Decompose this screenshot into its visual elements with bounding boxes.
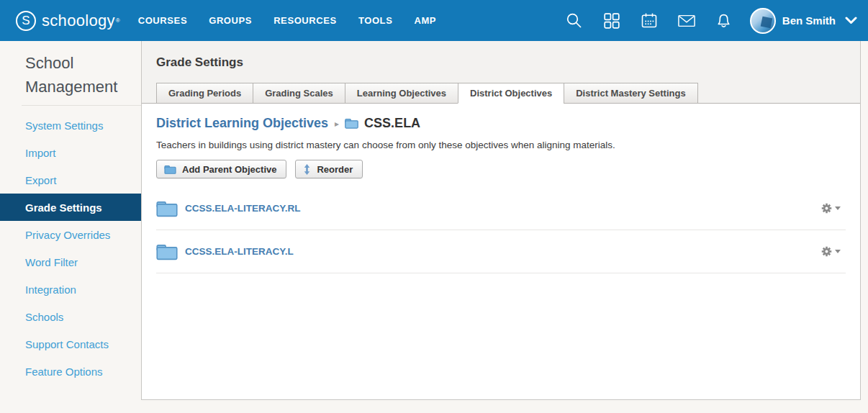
sidebar-title: School Management <box>25 51 128 99</box>
schoology-logo-icon: S <box>16 11 36 31</box>
mail-icon[interactable] <box>678 12 695 30</box>
topbar-utilities: Ben Smith <box>546 8 857 34</box>
main-content-panel: Grade Settings Grading Periods Grading S… <box>141 41 861 400</box>
breadcrumb-district-learning-objectives[interactable]: District Learning Objectives <box>156 116 328 131</box>
nav-item-amp[interactable]: AMP <box>414 9 436 32</box>
row-options-menu[interactable] <box>821 246 841 257</box>
reorder-label: Reorder <box>317 164 353 175</box>
breadcrumb: District Learning Objectives ▸ CSS.ELA <box>156 116 846 131</box>
dropdown-caret-icon <box>835 250 841 253</box>
tab-learning-objectives[interactable]: Learning Objectives <box>345 83 458 104</box>
tab-grading-scales[interactable]: Grading Scales <box>253 83 345 104</box>
logo-trademark: ® <box>116 17 120 24</box>
objective-actions: Add Parent Objective Reorder <box>156 160 846 178</box>
sidebar: School Management System Settings Import… <box>0 41 141 413</box>
objective-link[interactable]: CCSS.ELA-LITERACY.RL <box>185 203 301 214</box>
folder-icon[interactable] <box>156 243 178 260</box>
reorder-button[interactable]: Reorder <box>295 160 363 178</box>
reorder-arrows-icon <box>303 164 311 175</box>
schoology-logo-text: schoology <box>42 12 115 30</box>
grade-settings-header: Grade Settings Grading Periods Grading S… <box>142 41 860 104</box>
tab-district-mastery-settings[interactable]: District Mastery Settings <box>564 83 697 104</box>
calendar-icon[interactable] <box>641 12 658 30</box>
gear-icon <box>821 246 832 257</box>
sidebar-divider <box>22 105 141 106</box>
sidebar-item-word-filter[interactable]: Word Filter <box>0 248 141 276</box>
folder-icon[interactable] <box>156 200 178 217</box>
sidebar-item-grade-settings[interactable]: Grade Settings <box>0 194 141 221</box>
sidebar-nav: System Settings Import Export Grade Sett… <box>0 112 141 385</box>
user-menu[interactable]: Ben Smith <box>750 8 857 34</box>
nav-item-groups[interactable]: GROUPS <box>209 9 252 32</box>
row-options-menu[interactable] <box>821 203 841 214</box>
dropdown-caret-icon <box>835 206 841 210</box>
folder-icon <box>345 118 358 129</box>
sidebar-item-export[interactable]: Export <box>0 166 141 194</box>
nav-item-tools[interactable]: TOOLS <box>358 9 393 32</box>
district-objectives-description: Teachers in buildings using district mas… <box>156 140 846 150</box>
objectives-list: CCSS.ELA-LITERACY.RL <box>156 187 846 273</box>
notifications-icon[interactable] <box>715 12 733 30</box>
schoology-logo[interactable]: S schoology ® <box>16 11 120 31</box>
sidebar-item-feature-options[interactable]: Feature Options <box>0 358 141 385</box>
grade-settings-tabs: Grading Periods Grading Scales Learning … <box>156 83 846 103</box>
folder-icon <box>164 165 176 174</box>
page-title: Grade Settings <box>156 55 846 70</box>
sidebar-item-integration[interactable]: Integration <box>0 276 141 303</box>
sidebar-item-support-contacts[interactable]: Support Contacts <box>0 330 141 358</box>
breadcrumb-current-folder: CSS.ELA <box>364 116 420 131</box>
objective-link[interactable]: CCSS.ELA-LITERACY.L <box>185 246 294 257</box>
sidebar-item-import[interactable]: Import <box>0 139 141 166</box>
objective-row: CCSS.ELA-LITERACY.L <box>156 230 846 273</box>
sidebar-item-privacy-overrides[interactable]: Privacy Overrides <box>0 221 141 248</box>
chevron-down-icon <box>845 17 857 24</box>
nav-item-courses[interactable]: COURSES <box>138 9 188 32</box>
search-icon[interactable] <box>566 12 583 30</box>
sidebar-item-schools[interactable]: Schools <box>0 303 141 330</box>
sidebar-item-system-settings[interactable]: System Settings <box>0 112 141 139</box>
add-parent-objective-label: Add Parent Objective <box>182 164 276 175</box>
apps-grid-icon[interactable] <box>603 12 620 30</box>
breadcrumb-separator-icon: ▸ <box>335 119 339 129</box>
top-navigation-bar: S schoology ® COURSES GROUPS RESOURCES T… <box>0 0 868 41</box>
user-name: Ben Smith <box>782 14 836 27</box>
objective-row: CCSS.ELA-LITERACY.RL <box>156 187 846 230</box>
tab-grading-periods[interactable]: Grading Periods <box>156 83 253 104</box>
nav-item-resources[interactable]: RESOURCES <box>273 9 337 32</box>
gear-icon <box>821 203 832 214</box>
avatar <box>750 8 776 34</box>
primary-nav: COURSES GROUPS RESOURCES TOOLS AMP <box>138 9 458 32</box>
add-parent-objective-button[interactable]: Add Parent Objective <box>156 160 286 178</box>
tab-district-objectives[interactable]: District Objectives <box>458 83 564 104</box>
district-objectives-content: District Learning Objectives ▸ CSS.ELA T… <box>142 104 860 273</box>
